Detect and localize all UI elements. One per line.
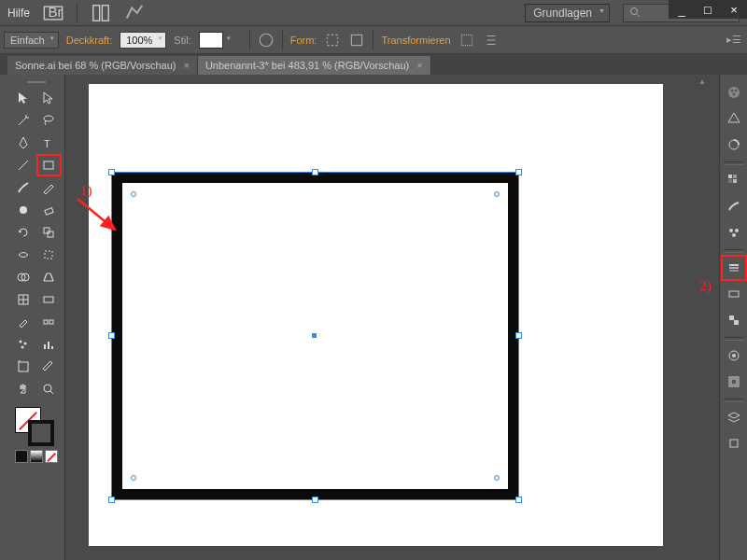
svg-rect-43 <box>733 175 737 178</box>
gradient-mode-icon[interactable] <box>30 450 43 463</box>
brushes-panel-icon[interactable] <box>722 194 746 218</box>
svg-rect-44 <box>728 179 732 183</box>
edge-handle[interactable] <box>312 497 318 503</box>
edge-handle[interactable] <box>108 332 115 339</box>
shape-opt2-icon[interactable] <box>348 32 365 49</box>
width-tool[interactable] <box>11 245 35 265</box>
type-tool[interactable]: T <box>37 133 62 153</box>
corner-widget[interactable] <box>494 475 500 481</box>
mesh-tool[interactable] <box>11 289 35 310</box>
vertical-scrollbar[interactable]: ▲ <box>697 75 708 560</box>
svg-rect-8 <box>352 35 362 45</box>
graphic-styles-icon[interactable] <box>722 370 746 394</box>
stroke-swatch[interactable] <box>28 420 54 446</box>
appearance-panel-icon[interactable] <box>722 343 746 368</box>
transform-label[interactable]: Transformieren <box>381 35 450 46</box>
swatches-panel-icon[interactable] <box>722 168 746 192</box>
pen-tool[interactable] <box>11 133 35 153</box>
symbols-panel-icon[interactable] <box>722 220 746 245</box>
zoom-tool[interactable] <box>37 379 62 399</box>
arrange-icon[interactable] <box>91 3 111 23</box>
svg-text:T: T <box>44 138 50 149</box>
gpu-icon[interactable] <box>124 3 145 23</box>
tab-close-icon[interactable]: × <box>416 60 422 71</box>
artboard-tool[interactable] <box>11 357 35 377</box>
corner-widget[interactable] <box>494 191 500 197</box>
doc-tab-1[interactable]: Unbenannt-3* bei 483,91 % (RGB/Vorschau)… <box>198 56 431 75</box>
color-guide-icon[interactable] <box>722 106 746 131</box>
brush-tool[interactable] <box>11 177 35 198</box>
transform-opt2-icon[interactable] <box>483 32 500 49</box>
toolbox-grip[interactable] <box>11 78 61 86</box>
window-controls: _ □ × <box>669 0 747 19</box>
tab-close-icon[interactable]: × <box>183 60 189 71</box>
menu-help[interactable]: Hilfe <box>7 7 30 20</box>
rotate-tool[interactable] <box>11 222 35 243</box>
search-icon <box>629 7 641 20</box>
color-mode-icon[interactable] <box>15 450 28 463</box>
corner-handle[interactable] <box>108 169 115 175</box>
scroll-up-icon[interactable]: ▲ <box>697 75 708 88</box>
perspective-tool[interactable] <box>37 267 62 287</box>
workspace-dropdown[interactable]: Grundlagen <box>525 4 610 22</box>
collapse-icon[interactable]: ▸☰ <box>726 34 741 46</box>
blob-tool[interactable] <box>11 200 35 220</box>
corner-handle[interactable] <box>108 497 115 503</box>
svg-text:Br: Br <box>49 4 63 20</box>
layers-panel-icon[interactable] <box>722 405 746 429</box>
svg-point-40 <box>732 93 735 96</box>
bridge-icon[interactable]: Br <box>43 3 63 23</box>
color-panel-icon[interactable] <box>722 80 746 105</box>
corner-widget[interactable] <box>131 191 136 197</box>
slice-tool[interactable] <box>37 357 62 377</box>
doc-tab-0[interactable]: Sonne.ai bei 68 % (RGB/Vorschau)× <box>7 56 198 75</box>
stroke-panel-icon[interactable] <box>722 256 746 280</box>
corner-handle[interactable] <box>515 169 522 175</box>
gradient-tool[interactable] <box>37 289 62 310</box>
transparency-panel-icon[interactable] <box>722 308 746 332</box>
none-mode-icon[interactable] <box>45 450 58 463</box>
line-tool[interactable] <box>11 155 35 175</box>
menubar: Hilfe Br Grundlagen <box>0 0 747 26</box>
fill-stroke-control[interactable] <box>15 407 54 446</box>
free-transform-tool[interactable] <box>37 245 62 265</box>
document-tabs: Sonne.ai bei 68 % (RGB/Vorschau)× Unbena… <box>0 54 747 75</box>
graph-tool[interactable] <box>37 334 62 355</box>
svg-point-14 <box>20 206 27 214</box>
gradient-panel-icon[interactable] <box>722 282 746 306</box>
scale-tool[interactable] <box>37 222 62 243</box>
blend-tool[interactable] <box>37 312 62 332</box>
maximize-button[interactable]: □ <box>695 0 721 19</box>
transform-opt1-icon[interactable] <box>458 32 475 49</box>
lasso-tool[interactable] <box>37 110 62 131</box>
magic-wand-tool[interactable] <box>11 110 35 131</box>
eraser-tool[interactable] <box>37 200 62 220</box>
recolor-icon[interactable] <box>258 32 275 49</box>
artboards-panel-icon[interactable] <box>722 431 746 455</box>
corner-widget[interactable] <box>131 475 136 481</box>
mode-combo[interactable]: Einfach <box>4 32 59 49</box>
eyedropper-tool[interactable] <box>11 312 35 332</box>
minimize-button[interactable]: _ <box>669 0 695 19</box>
close-button[interactable]: × <box>721 0 747 19</box>
corner-handle[interactable] <box>515 497 522 503</box>
svg-rect-54 <box>734 320 739 325</box>
opacity-field[interactable]: 100% <box>120 32 166 49</box>
options-bar: Einfach Deckkraft: 100% Stil: Form: Tran… <box>0 26 747 54</box>
edge-handle[interactable] <box>515 332 522 339</box>
svg-point-37 <box>728 87 740 98</box>
svg-line-36 <box>50 391 53 394</box>
svg-point-35 <box>44 385 51 392</box>
svg-rect-31 <box>48 342 49 349</box>
shape-opt1-icon[interactable] <box>324 32 341 49</box>
selection-tool[interactable] <box>11 88 35 108</box>
rectangle-tool[interactable] <box>37 155 62 175</box>
shapebuilder-tool[interactable] <box>11 267 35 287</box>
kuler-icon[interactable] <box>722 133 746 157</box>
edge-handle[interactable] <box>312 169 318 175</box>
pencil-tool[interactable] <box>37 177 62 198</box>
direct-select-tool[interactable] <box>37 88 62 108</box>
hand-tool[interactable] <box>11 379 35 399</box>
style-swatch[interactable] <box>199 32 223 49</box>
symbol-spray-tool[interactable] <box>11 334 35 355</box>
